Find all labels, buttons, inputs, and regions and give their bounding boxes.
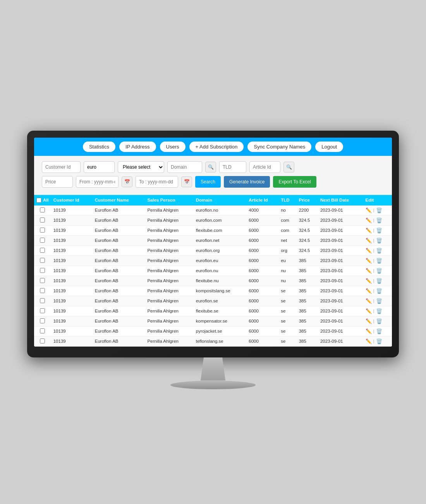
col-next-bill-date: Next Bill Date [318,195,363,205]
row-checkbox[interactable] [40,298,45,303]
delete-trash-icon[interactable]: 🗑️ [376,228,382,233]
date-to-input[interactable] [136,176,178,188]
row-price: 385 [297,336,318,346]
article-id-input[interactable] [249,161,280,173]
row-checkbox[interactable] [40,248,45,253]
domain-input[interactable] [167,161,202,173]
row-customer-name: Euroflon AB [93,336,145,346]
row-checkbox[interactable] [40,238,45,243]
row-checkbox[interactable] [40,217,45,223]
nav-users-button[interactable]: Users [160,142,186,152]
delete-trash-icon[interactable]: 🗑️ [376,207,382,213]
date-from-calendar-icon[interactable]: 📅 [122,176,132,187]
delete-trash-icon[interactable]: 🗑️ [376,288,382,294]
delete-trash-icon[interactable]: 🗑️ [376,328,382,334]
row-checkbox-cell [34,245,51,255]
select-all-checkbox[interactable] [36,198,41,203]
delete-trash-icon[interactable]: 🗑️ [376,238,382,243]
edit-pencil-icon[interactable]: ✏️ [366,238,372,243]
row-customer-name: Euroflon AB [93,255,145,266]
please-select-dropdown[interactable]: Please select [118,161,164,173]
row-domain: flexitube.se [194,306,247,316]
nav-sync-company-names-button[interactable]: Sync Company Names [247,142,311,152]
article-search-icon[interactable]: 🔍 [283,162,294,173]
edit-pencil-icon[interactable]: ✏️ [366,318,372,324]
edit-pencil-icon[interactable]: ✏️ [366,298,372,304]
delete-trash-icon[interactable]: 🗑️ [376,248,382,254]
nav-add-subscription-button[interactable]: + Add Subscription [189,142,244,152]
row-customer-id: 10139 [51,286,93,296]
row-customer-id: 10139 [51,245,93,255]
table-row: 10139 Euroflon AB Pernilla Ahlgren pyroj… [34,326,392,336]
delete-trash-icon[interactable]: 🗑️ [376,268,382,274]
row-checkbox[interactable] [40,268,45,273]
row-domain: euroflon.no [194,205,247,216]
date-to-calendar-icon[interactable]: 📅 [181,176,192,187]
row-checkbox-cell [34,276,51,286]
edit-pencil-icon[interactable]: ✏️ [366,328,372,334]
col-customer-id: Customer Id [51,195,93,205]
delete-trash-icon[interactable]: 🗑️ [376,217,382,223]
edit-pencil-icon[interactable]: ✏️ [366,228,372,233]
nav-logout-button[interactable]: Logout [315,142,343,152]
delete-trash-icon[interactable]: 🗑️ [376,308,382,314]
monitor-stand-neck [198,357,228,381]
table-header-row: All Customer Id Customer Name Sales Pers… [34,195,392,205]
row-price: 324.5 [297,225,318,235]
row-checkbox[interactable] [40,228,45,233]
row-tld: net [278,235,297,245]
delete-trash-icon[interactable]: 🗑️ [376,278,382,284]
delete-trash-icon[interactable]: 🗑️ [376,258,382,264]
domain-search-icon[interactable]: 🔍 [205,162,216,173]
edit-pencil-icon[interactable]: ✏️ [366,308,372,314]
delete-trash-icon[interactable]: 🗑️ [376,318,382,324]
row-checkbox[interactable] [40,288,45,293]
row-checkbox[interactable] [40,318,45,323]
edit-pencil-icon[interactable]: ✏️ [366,248,372,254]
row-price: 324.5 [297,215,318,225]
edit-pencil-icon[interactable]: ✏️ [366,338,372,344]
row-domain: flexitube.nu [194,276,247,286]
nav-ip-address-button[interactable]: IP Address [119,142,156,152]
row-checkbox[interactable] [40,278,45,283]
delete-trash-icon[interactable]: 🗑️ [376,338,382,344]
row-domain: euroflon.com [194,215,247,225]
edit-pencil-icon[interactable]: ✏️ [366,268,372,274]
row-checkbox[interactable] [40,258,45,263]
export-excel-button[interactable]: Export To Excel [273,176,316,188]
delete-trash-icon[interactable]: 🗑️ [376,298,382,304]
edit-pencil-icon[interactable]: ✏️ [366,278,372,284]
edit-separator: | [373,258,374,263]
edit-separator: | [373,278,374,283]
date-from-input[interactable] [76,176,119,188]
customer-id-input[interactable] [42,161,81,173]
edit-pencil-icon[interactable]: ✏️ [366,288,372,294]
row-checkbox[interactable] [40,308,45,313]
nav-statistics-button[interactable]: Statistics [83,142,115,152]
generate-invoice-button[interactable]: Generate Invoice [224,176,270,188]
row-sales-person: Pernilla Ahlgren [145,336,193,346]
price-input[interactable] [42,176,73,188]
search-button[interactable]: Search [195,176,221,188]
row-edit-cell: ✏️ | 🗑️ [363,306,392,316]
customer-name-input[interactable] [84,161,115,173]
tld-input[interactable] [219,161,246,173]
row-customer-name: Euroflon AB [93,245,145,255]
row-article-id: 4000 [246,205,278,216]
edit-pencil-icon[interactable]: ✏️ [366,217,372,223]
edit-pencil-icon[interactable]: ✏️ [366,258,372,264]
row-checkbox-cell [34,326,51,336]
col-checkbox: All [34,195,51,205]
edit-separator: | [373,208,374,212]
row-checkbox[interactable] [40,328,45,333]
row-checkbox[interactable] [40,338,45,343]
row-customer-id: 10139 [51,225,93,235]
edit-separator: | [373,268,374,273]
row-customer-id: 10139 [51,205,93,216]
row-article-id: 6000 [246,276,278,286]
col-price: Price [297,195,318,205]
edit-pencil-icon[interactable]: ✏️ [366,207,372,213]
row-checkbox[interactable] [40,207,45,212]
edit-separator: | [373,248,374,253]
filter-area: Please select 🔍 🔍 📅 📅 Search Generate In… [34,156,392,195]
